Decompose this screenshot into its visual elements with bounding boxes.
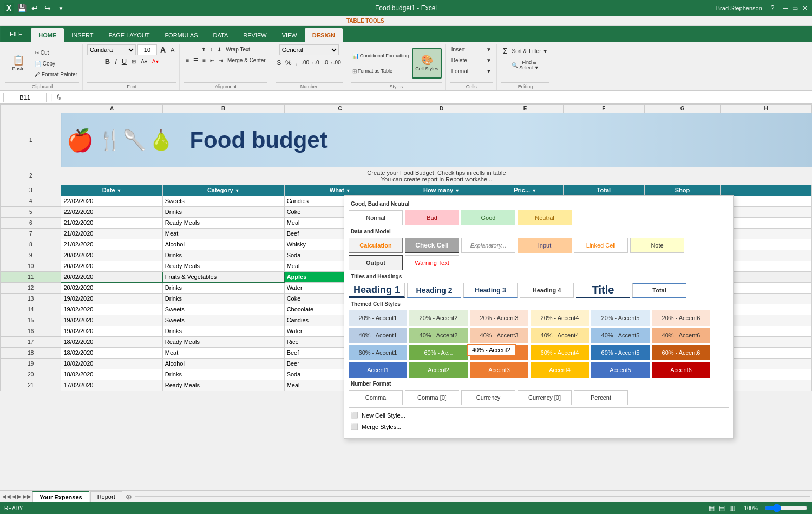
style-bad[interactable]: Bad — [405, 210, 459, 225]
style-linked-cell[interactable]: Linked Cell — [574, 238, 628, 253]
comma-style-button[interactable]: , — [294, 57, 299, 67]
align-bottom-button[interactable]: ⬇ — [215, 44, 223, 54]
restore-button[interactable]: ▭ — [792, 4, 798, 12]
minimize-button[interactable]: ─ — [783, 4, 788, 12]
cell-styles-dropdown[interactable]: Good, Bad and Neutral Normal Bad Good Ne… — [344, 195, 734, 439]
autosum-button[interactable]: Σ — [501, 44, 509, 57]
font-face-select[interactable]: Candara — [87, 44, 136, 55]
cell-styles-button[interactable]: 🎨 Cell Styles — [412, 48, 442, 79]
style-heading1[interactable]: Heading 1 — [349, 283, 405, 298]
tab-file[interactable]: FILE — [1, 26, 31, 42]
style-good[interactable]: Good — [461, 210, 515, 225]
underline-button[interactable]: U — [120, 56, 128, 66]
style-input[interactable]: Input — [518, 238, 572, 253]
style-20-accent6[interactable]: 20% - Accent6 — [652, 310, 710, 326]
currency-style-button[interactable]: $ — [276, 57, 283, 67]
style-60-accent5[interactable]: 60% - Accent5 — [591, 345, 650, 360]
border-button[interactable]: ⊞ — [130, 56, 137, 66]
tab-view[interactable]: VIEW — [274, 28, 305, 42]
style-acc1[interactable]: Accent1 — [349, 362, 407, 378]
style-60-accent1[interactable]: 60% - Accent1 — [349, 345, 407, 360]
style-warning[interactable]: Warning Text — [405, 255, 459, 270]
sort-filter-button[interactable]: Sort & Filter ▼ — [510, 44, 549, 57]
style-title[interactable]: Title — [576, 283, 630, 298]
number-format-select[interactable]: General — [279, 44, 339, 55]
style-heading4[interactable]: Heading 4 — [520, 283, 574, 298]
tab-your-expenses[interactable]: Your Expenses — [32, 491, 89, 502]
style-normal[interactable]: Normal — [349, 210, 403, 225]
style-60-accent2[interactable]: 60% - Ac... — [409, 345, 468, 360]
decrease-decimal-button[interactable]: .00→.0 — [300, 57, 320, 67]
style-acc4[interactable]: Accent4 — [531, 362, 589, 378]
style-20-accent4[interactable]: 20% - Accent4 — [531, 310, 589, 326]
italic-button[interactable]: I — [113, 56, 119, 66]
scroll-sheets-right[interactable]: ▶▶ — [23, 493, 31, 499]
style-20-accent2[interactable]: 20% - Accent2 — [409, 310, 468, 326]
style-40-accent6[interactable]: 40% - Accent6 — [652, 328, 710, 343]
close-button[interactable]: ✕ — [802, 4, 808, 12]
bold-button[interactable]: B — [103, 56, 112, 66]
align-middle-button[interactable]: ↕ — [208, 44, 214, 54]
merge-styles-action[interactable]: ⬜ Merge Styles... — [349, 421, 729, 432]
help-button[interactable]: ? — [771, 4, 775, 12]
col-header-d[interactable]: D — [396, 105, 487, 113]
format-painter-button[interactable]: 🖌 Format Painter — [33, 69, 79, 79]
indent-increase-button[interactable]: ⇥ — [217, 55, 225, 65]
percent-style-button[interactable]: % — [284, 57, 293, 67]
style-60-accent4[interactable]: 60% - Accent4 — [531, 345, 589, 360]
indent-decrease-button[interactable]: ⇤ — [208, 55, 216, 65]
customize-qat-button[interactable]: ▼ — [56, 3, 66, 13]
style-percent[interactable]: Percent — [574, 390, 628, 405]
font-size-input[interactable] — [137, 44, 157, 55]
align-center-button[interactable]: ☰ — [192, 55, 200, 65]
paste-button[interactable]: 📋 Paste — [5, 48, 31, 79]
increase-decimal-button[interactable]: .0→.00 — [322, 57, 343, 67]
save-button[interactable]: 💾 — [17, 3, 27, 13]
format-as-table-button[interactable]: ⊞ Format as Table — [351, 64, 411, 78]
col-header-b[interactable]: B — [162, 105, 284, 113]
delete-button[interactable]: Delete▼ — [450, 55, 493, 65]
fill-color-button[interactable]: A▾ — [139, 56, 149, 66]
align-right-button[interactable]: ≡ — [201, 55, 207, 65]
align-left-button[interactable]: ≡ — [184, 55, 191, 65]
increase-font-button[interactable]: A — [159, 45, 167, 55]
style-calculation[interactable]: Calculation — [349, 238, 403, 253]
page-break-view-button[interactable]: ▥ — [729, 504, 735, 512]
style-20-accent1[interactable]: 20% - Accent1 — [349, 310, 407, 326]
conditional-formatting-button[interactable]: 📊 Conditional Formatting — [351, 49, 411, 63]
col-header-h[interactable]: H — [721, 105, 812, 113]
tab-page-layout[interactable]: PAGE LAYOUT — [101, 28, 157, 42]
wrap-text-button[interactable]: Wrap Text — [224, 44, 252, 54]
font-color-button[interactable]: A▾ — [150, 56, 160, 66]
merge-center-button[interactable]: Merge & Center — [226, 55, 267, 65]
zoom-slider[interactable] — [764, 504, 808, 512]
decrease-font-button[interactable]: A — [169, 45, 176, 55]
style-neutral[interactable]: Neutral — [518, 210, 572, 225]
tab-home[interactable]: HOME — [31, 28, 64, 42]
style-20-accent3[interactable]: 20% - Accent3 — [470, 310, 528, 326]
style-heading2[interactable]: Heading 2 — [407, 283, 461, 298]
style-output[interactable]: Output — [349, 255, 403, 270]
col-header-g[interactable]: G — [644, 105, 721, 113]
style-40-accent3[interactable]: 40% - Accent3 — [470, 328, 528, 343]
style-40-accent4[interactable]: 40% - Accent4 — [531, 328, 589, 343]
page-layout-view-button[interactable]: ▤ — [719, 504, 725, 512]
style-comma[interactable]: Comma — [349, 390, 403, 405]
tab-formulas[interactable]: FORMULAS — [157, 28, 205, 42]
tab-review[interactable]: REVIEW — [235, 28, 274, 42]
style-acc2[interactable]: Accent2 — [409, 362, 468, 378]
insert-button[interactable]: Insert▼ — [450, 44, 493, 54]
format-button[interactable]: Format▼ — [450, 66, 493, 76]
tab-insert[interactable]: INSERT — [64, 28, 101, 42]
find-select-button[interactable]: 🔍 Find &Select ▼ — [510, 58, 540, 71]
normal-view-button[interactable]: ▦ — [709, 504, 715, 512]
tab-report[interactable]: Report — [90, 491, 122, 502]
style-comma0[interactable]: Comma [0] — [405, 390, 459, 405]
tab-design[interactable]: DESIGN — [305, 28, 343, 42]
add-sheet-button[interactable]: ⊕ — [123, 491, 134, 502]
copy-button[interactable]: 📄 Copy — [33, 58, 79, 68]
style-60-accent6[interactable]: 60% - Accent6 — [652, 345, 710, 360]
style-check-cell[interactable]: Check Cell — [405, 238, 459, 253]
style-heading3[interactable]: Heading 3 — [463, 283, 518, 298]
style-currency[interactable]: Currency — [461, 390, 515, 405]
